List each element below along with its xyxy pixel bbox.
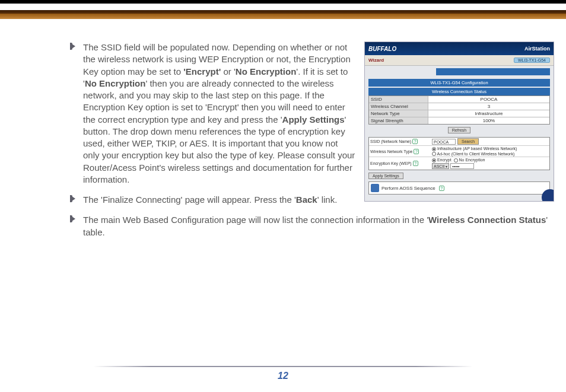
bullet-text: The SSID field will be populated now. De…: [83, 42, 355, 184]
bullet-icon: [70, 215, 75, 222]
decorative-top-strip: [0, 0, 566, 19]
bullet-item-3: The main Web Based Configuration page wi…: [83, 214, 554, 238]
help-icon[interactable]: ?: [439, 186, 444, 191]
bullet-item-2: The 'Finalize Connecting' page will appe…: [83, 194, 554, 206]
bullet-text: The main Web Based Configuration page wi…: [83, 215, 548, 237]
bullet-icon: [70, 195, 75, 202]
page-number: 12: [0, 371, 566, 381]
bullet-icon: [70, 43, 75, 50]
footer-divider: [93, 366, 473, 367]
aoss-label: Perform AOSS Sequence: [381, 186, 435, 191]
bullet-item-1: The SSID field will be populated now. De…: [83, 42, 554, 186]
bullet-text: The 'Finalize Connecting' page will appe…: [83, 195, 337, 205]
page-content: BUFFALO AirStation Wizard WLI3-TX1-G54 W…: [0, 19, 566, 247]
page-footer: 12: [0, 366, 566, 381]
